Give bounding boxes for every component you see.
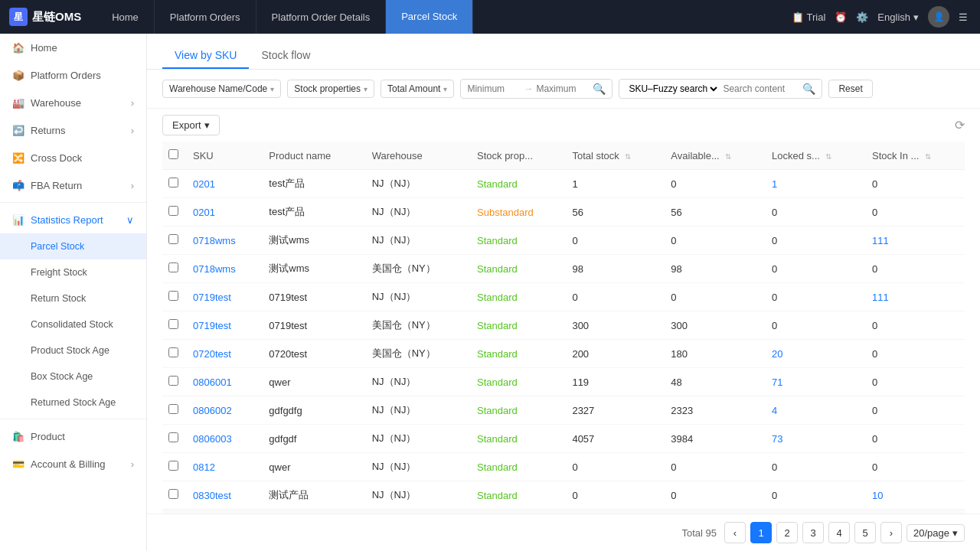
amount-type-filter[interactable]: Total Amount ▾ xyxy=(381,80,454,98)
settings-icon[interactable]: ⚙️ xyxy=(856,11,868,23)
refresh-icon[interactable]: ⟳ xyxy=(955,118,965,132)
row-checkbox-9[interactable] xyxy=(168,432,178,442)
sku-link-8[interactable]: 0806002 xyxy=(193,405,232,416)
sku-search-icon[interactable]: 🔍 xyxy=(802,83,815,95)
max-input[interactable] xyxy=(536,83,590,94)
row-checkbox-4[interactable] xyxy=(168,291,178,301)
page-btn-1[interactable]: 1 xyxy=(750,522,772,543)
sidebar-item-fba-return[interactable]: 📫 FBA Return › xyxy=(0,171,146,199)
cell-warehouse-0: NJ（NJ） xyxy=(366,170,471,198)
export-button[interactable]: Export ▾ xyxy=(162,115,220,135)
sidebar-item-statistics-report[interactable]: 📊 Statistics Report ∨ xyxy=(0,206,146,233)
page-btn-5[interactable]: 5 xyxy=(854,522,876,543)
sidebar-item-warehouse[interactable]: 🏭 Warehouse › xyxy=(0,89,146,116)
cell-warehouse-3: 美国仓（NY） xyxy=(366,255,471,283)
row-checkbox-6[interactable] xyxy=(168,347,178,357)
stock-in-link-4[interactable]: 111 xyxy=(872,292,889,303)
sku-link-7[interactable]: 0806001 xyxy=(193,377,232,388)
cell-sku-6: 0720test xyxy=(187,340,263,368)
row-checkbox-cell-7 xyxy=(162,368,187,396)
sku-link-5[interactable]: 0719test xyxy=(193,320,231,331)
nav-home[interactable]: Home xyxy=(96,0,155,34)
toolbar: Export ▾ ⟳ xyxy=(147,109,980,142)
next-page-btn[interactable]: › xyxy=(880,522,902,543)
notification-icon[interactable]: ⏰ xyxy=(835,11,847,23)
page-btn-3[interactable]: 3 xyxy=(802,522,824,543)
reset-button[interactable]: Reset xyxy=(828,80,872,98)
stock-in-link-2[interactable]: 111 xyxy=(872,235,889,246)
cell-sku-2: 0718wms xyxy=(187,227,263,255)
row-checkbox-7[interactable] xyxy=(168,376,178,386)
min-input[interactable] xyxy=(467,83,521,94)
sku-search-type-select[interactable]: SKU–Fuzzy search xyxy=(626,83,720,95)
tab-stock-flow[interactable]: Stock flow xyxy=(249,43,322,69)
hamburger-icon[interactable]: ☰ xyxy=(959,11,968,23)
row-checkbox-10[interactable] xyxy=(168,461,178,471)
warehouse-filter[interactable]: Warehouse Name/Code ▾ xyxy=(162,80,281,98)
avatar[interactable]: 👤 xyxy=(928,6,949,28)
total-stock-sort-icon[interactable]: ⇅ xyxy=(625,152,631,161)
sku-link-10[interactable]: 0812 xyxy=(193,461,215,473)
sku-link-0[interactable]: 0201 xyxy=(193,178,215,190)
stock-props-badge-7: Standard xyxy=(477,377,518,388)
stock-props-filter[interactable]: Stock properties ▾ xyxy=(287,80,374,98)
sidebar-item-platform-orders[interactable]: 📦 Platform Orders xyxy=(0,61,146,89)
locked-sort-icon[interactable]: ⇅ xyxy=(825,152,831,161)
prev-page-btn[interactable]: ‹ xyxy=(724,522,746,543)
sidebar-item-product-stock-age[interactable]: Product Stock Age xyxy=(0,337,146,364)
sidebar-item-consolidated-stock[interactable]: Consolidated Stock xyxy=(0,311,146,337)
sidebar-item-box-stock-age[interactable]: Box Stock Age xyxy=(0,364,146,390)
available-sort-icon[interactable]: ⇅ xyxy=(725,152,731,161)
cell-available-5: 300 xyxy=(665,311,766,340)
sidebar-item-cross-dock[interactable]: 🔀 Cross Dock xyxy=(0,144,146,171)
lang-switcher[interactable]: English ▾ xyxy=(877,11,919,23)
row-checkbox-cell-0 xyxy=(162,170,187,198)
warehouse-expand-icon: › xyxy=(131,97,134,109)
row-checkbox-3[interactable] xyxy=(168,262,178,272)
header-product-name: Product name xyxy=(263,142,365,170)
row-checkbox-2[interactable] xyxy=(168,234,178,244)
sidebar-item-account-billing[interactable]: 💳 Account & Billing › xyxy=(0,450,146,478)
tab-view-by-sku[interactable]: View by SKU xyxy=(162,43,249,69)
page-btn-2[interactable]: 2 xyxy=(776,522,798,543)
stock-in-sort-icon[interactable]: ⇅ xyxy=(925,152,931,161)
cell-warehouse-1: NJ（NJ） xyxy=(366,198,471,227)
cell-available-0: 0 xyxy=(665,170,766,198)
sku-link-1[interactable]: 0201 xyxy=(193,207,215,218)
nav-parcel-stock[interactable]: Parcel Stock xyxy=(386,0,473,34)
sidebar-item-returns[interactable]: ↩️ Returns › xyxy=(0,116,146,144)
row-checkbox-5[interactable] xyxy=(168,319,178,329)
sku-link-4[interactable]: 0719test xyxy=(193,292,231,303)
sidebar-item-return-stock[interactable]: Return Stock xyxy=(0,285,146,311)
sidebar-item-home[interactable]: 🏠 Home xyxy=(0,34,146,61)
locked-link-8[interactable]: 4 xyxy=(772,405,777,416)
page-btn-4[interactable]: 4 xyxy=(828,522,850,543)
row-checkbox-8[interactable] xyxy=(168,404,178,414)
sku-link-2[interactable]: 0718wms xyxy=(193,235,236,246)
select-all-checkbox[interactable] xyxy=(168,149,178,159)
sidebar-item-returned-stock-age[interactable]: Returned Stock Age xyxy=(0,390,146,416)
sku-link-11[interactable]: 0830test xyxy=(193,490,231,501)
sku-link-9[interactable]: 0806003 xyxy=(193,433,232,445)
locked-link-7[interactable]: 71 xyxy=(772,377,782,388)
sidebar-item-product[interactable]: 🛍️ Product xyxy=(0,422,146,450)
sidebar: 🏠 Home 📦 Platform Orders 🏭 Warehouse › ↩… xyxy=(0,34,147,551)
sidebar-item-parcel-stock[interactable]: Parcel Stock xyxy=(0,233,146,259)
nav-platform-orders[interactable]: Platform Orders xyxy=(155,0,256,34)
stock-props-chevron-icon: ▾ xyxy=(364,85,368,93)
sku-search-input[interactable] xyxy=(723,83,799,94)
row-checkbox-11[interactable] xyxy=(168,489,178,499)
range-search-icon[interactable]: 🔍 xyxy=(593,83,606,95)
locked-link-9[interactable]: 73 xyxy=(772,433,782,445)
page-size-select[interactable]: 20/page ▾ xyxy=(906,524,965,542)
sidebar-item-freight-stock[interactable]: Freight Stock xyxy=(0,259,146,285)
nav-platform-order-details[interactable]: Platform Order Details xyxy=(256,0,387,34)
row-checkbox-1[interactable] xyxy=(168,206,178,216)
sku-link-3[interactable]: 0718wms xyxy=(193,263,236,275)
row-checkbox-0[interactable] xyxy=(168,178,178,187)
locked-link-6[interactable]: 20 xyxy=(772,348,782,360)
locked-link-0[interactable]: 1 xyxy=(772,178,777,190)
stock-in-link-11[interactable]: 10 xyxy=(872,490,883,501)
sku-link-6[interactable]: 0720test xyxy=(193,348,231,360)
stock-props-badge-6: Standard xyxy=(477,348,518,360)
